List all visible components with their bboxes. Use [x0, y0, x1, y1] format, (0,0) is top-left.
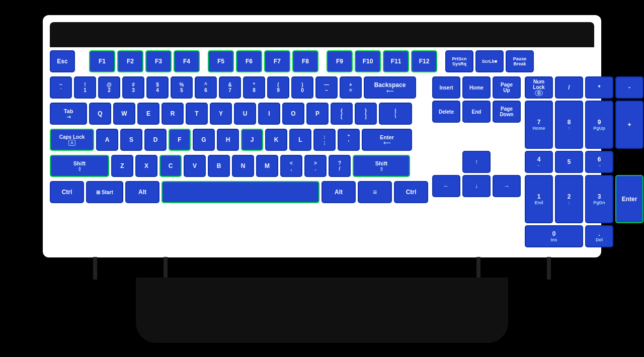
key-num6[interactable]: 6→ — [585, 151, 613, 173]
key-a[interactable]: A — [96, 129, 118, 151]
key-f10[interactable]: F10 — [355, 50, 381, 72]
key-left[interactable]: ← — [432, 175, 460, 197]
key-b[interactable]: B — [208, 155, 230, 177]
key-h[interactable]: H — [217, 129, 239, 151]
key-ralt[interactable]: Alt — [321, 181, 356, 203]
key-t[interactable]: T — [186, 103, 208, 125]
key-semicolon[interactable]: :; — [313, 129, 336, 151]
key-lalt[interactable]: Alt — [125, 181, 159, 203]
key-enter[interactable]: Enter⟵ — [362, 129, 412, 151]
key-numenter[interactable]: Enter — [615, 175, 643, 223]
key-period[interactable]: >. — [304, 155, 327, 177]
key-w[interactable]: W — [113, 103, 135, 125]
key-pageup[interactable]: PageUp — [493, 76, 521, 99]
key-j[interactable]: J — [241, 129, 263, 151]
key-slash[interactable]: ?/ — [329, 155, 351, 177]
key-tilde[interactable]: ~` — [50, 76, 72, 99]
key-rshift[interactable]: Shift⇧ — [353, 155, 410, 177]
key-num4[interactable]: 4← — [525, 151, 553, 173]
key-0[interactable]: )0 — [291, 76, 313, 99]
key-f12[interactable]: F12 — [411, 50, 437, 72]
key-end[interactable]: End — [462, 101, 491, 123]
key-num7[interactable]: 7Home — [525, 101, 553, 149]
key-lshift[interactable]: Shift⇧ — [50, 155, 109, 177]
key-numsub[interactable]: - — [615, 76, 643, 99]
key-v[interactable]: V — [184, 155, 206, 177]
key-f9[interactable]: F9 — [327, 50, 353, 72]
key-menu[interactable]: ≡ — [358, 181, 392, 203]
key-backspace[interactable]: Backspace ⟵ — [364, 76, 416, 99]
key-lctrl[interactable]: Ctrl — [50, 181, 84, 203]
key-num5[interactable]: 5 — [555, 151, 583, 173]
key-delete[interactable]: Delete — [432, 101, 460, 123]
key-3[interactable]: #3 — [122, 76, 144, 99]
key-l[interactable]: L — [289, 129, 311, 151]
key-insert[interactable]: Insert — [432, 76, 460, 99]
key-d[interactable]: D — [144, 129, 167, 151]
key-up[interactable]: ↑ — [462, 151, 491, 173]
key-o[interactable]: O — [282, 103, 304, 125]
key-f6[interactable]: F6 — [236, 50, 262, 72]
key-home[interactable]: Home — [462, 76, 491, 99]
key-f1[interactable]: F1 — [89, 50, 115, 72]
key-5[interactable]: %5 — [171, 76, 193, 99]
key-pagedown[interactable]: PageDown — [493, 101, 521, 123]
key-minus[interactable]: —– — [315, 76, 338, 99]
key-1[interactable]: !1 — [74, 76, 96, 99]
key-equals[interactable]: += — [340, 76, 362, 99]
key-num0[interactable]: 0Ins — [525, 225, 583, 247]
key-7[interactable]: &7 — [219, 76, 241, 99]
key-down[interactable]: ↓ — [462, 175, 491, 197]
key-f4[interactable]: F4 — [174, 50, 200, 72]
key-r[interactable]: R — [162, 103, 184, 125]
key-8[interactable]: *8 — [243, 76, 265, 99]
key-num3[interactable]: 3PgDn — [585, 175, 613, 223]
key-z[interactable]: Z — [111, 155, 133, 177]
key-f11[interactable]: F11 — [383, 50, 409, 72]
key-right[interactable]: → — [493, 175, 521, 197]
key-q[interactable]: Q — [89, 103, 111, 125]
key-numdiv[interactable]: / — [555, 76, 583, 99]
key-6[interactable]: ^6 — [195, 76, 217, 99]
key-9[interactable]: (9 — [267, 76, 289, 99]
key-nummul[interactable]: * — [585, 76, 613, 99]
key-tab[interactable]: Tab⇥ — [50, 103, 87, 125]
key-2[interactable]: @2 — [98, 76, 120, 99]
key-m[interactable]: M — [256, 155, 278, 177]
key-f3[interactable]: F3 — [145, 50, 172, 72]
key-rctrl[interactable]: Ctrl — [394, 181, 428, 203]
key-lstart[interactable]: ⊞ Start — [86, 181, 123, 203]
key-e[interactable]: E — [137, 103, 159, 125]
key-esc[interactable]: Esc — [50, 50, 75, 72]
key-f[interactable]: F — [169, 129, 191, 151]
key-g[interactable]: G — [193, 129, 215, 151]
key-k[interactable]: K — [265, 129, 287, 151]
key-num9[interactable]: 9PgUp — [585, 101, 613, 149]
key-backslash[interactable]: |\ — [379, 103, 412, 125]
key-numadd[interactable]: + — [615, 101, 643, 149]
key-lbracket[interactable]: {[ — [331, 103, 353, 125]
key-quote[interactable]: "' — [338, 129, 360, 151]
key-pause[interactable]: PauseBreak — [506, 50, 534, 72]
key-u[interactable]: U — [234, 103, 256, 125]
key-p[interactable]: P — [306, 103, 329, 125]
key-c[interactable]: C — [159, 155, 182, 177]
key-comma[interactable]: <, — [280, 155, 302, 177]
key-x[interactable]: X — [135, 155, 157, 177]
key-rbracket[interactable]: }] — [355, 103, 377, 125]
key-num1[interactable]: 1End — [525, 175, 553, 223]
key-f8[interactable]: F8 — [292, 50, 318, 72]
key-prtscn[interactable]: PrtScnSysRq — [445, 50, 473, 72]
key-f5[interactable]: F5 — [208, 50, 234, 72]
key-4[interactable]: $4 — [146, 76, 169, 99]
key-num8[interactable]: 8↑ — [555, 101, 583, 149]
key-space[interactable] — [162, 181, 319, 203]
key-f2[interactable]: F2 — [117, 50, 143, 72]
key-numdot[interactable]: .Del — [585, 225, 613, 247]
key-n[interactable]: N — [232, 155, 254, 177]
key-num2[interactable]: 2↓ — [555, 175, 583, 223]
key-i[interactable]: I — [258, 103, 280, 125]
key-numlock[interactable]: NumLock① — [525, 76, 553, 99]
key-scrlk[interactable]: ScrLk■ — [475, 50, 504, 72]
key-f7[interactable]: F7 — [264, 50, 290, 72]
